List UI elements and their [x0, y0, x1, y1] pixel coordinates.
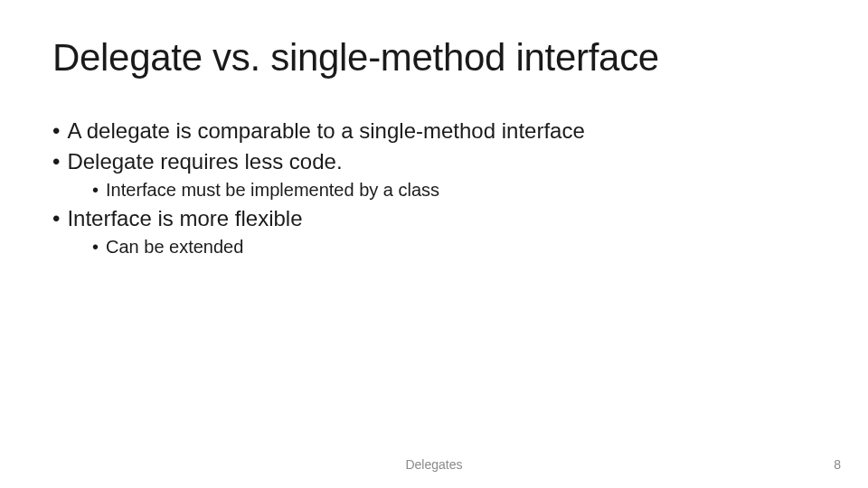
bullet-level2: • Can be extended — [92, 236, 816, 258]
bullet-dot-icon: • — [52, 148, 60, 175]
slide-footer: Delegates — [0, 457, 868, 472]
bullet-text: Interface is more flexible — [67, 205, 302, 232]
bullet-level1: • A delegate is comparable to a single-m… — [52, 117, 816, 145]
bullet-text: A delegate is comparable to a single-met… — [67, 117, 584, 145]
bullet-dot-icon: • — [92, 236, 99, 258]
bullet-dot-icon: • — [52, 205, 60, 232]
page-number: 8 — [834, 457, 841, 472]
bullet-level1: • Delegate requires less code. — [52, 148, 816, 175]
bullet-text: Delegate requires less code. — [67, 148, 342, 175]
bullet-text: Interface must be implemented by a class — [106, 179, 439, 202]
slide-content: • A delegate is comparable to a single-m… — [52, 117, 816, 258]
bullet-level1: • Interface is more flexible — [52, 205, 816, 232]
footer-text: Delegates — [405, 457, 462, 472]
bullet-dot-icon: • — [92, 179, 99, 202]
bullet-text: Can be extended — [106, 236, 243, 258]
bullet-dot-icon: • — [52, 117, 60, 145]
slide-title: Delegate vs. single-method interface — [52, 36, 816, 80]
bullet-level2: • Interface must be implemented by a cla… — [92, 179, 816, 202]
slide: Delegate vs. single-method interface • A… — [0, 0, 868, 488]
